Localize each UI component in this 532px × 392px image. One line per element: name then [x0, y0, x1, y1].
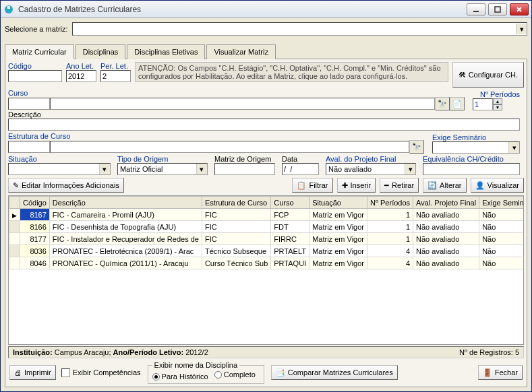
editar-info-button[interactable]: ✎ Editar Informações Adicionais [8, 178, 124, 193]
binoculars-icon: 🔭 [438, 100, 447, 108]
matrizes-grid[interactable]: Código Descrição Estrutura de Curso Curs… [8, 195, 524, 345]
descricao-label: Descrição [8, 110, 520, 119]
spin-up-button[interactable]: ▲ [493, 98, 502, 104]
radio-completo[interactable]: Completo [214, 370, 256, 379]
imprimir-button[interactable]: 🖨 Imprimir [9, 365, 56, 380]
col-situacao[interactable]: Situação [309, 197, 367, 209]
cell-exige-sem: Não [479, 209, 524, 221]
cell-exige-sem: Não [479, 245, 524, 257]
col-curso[interactable]: Curso [271, 197, 309, 209]
curso-new-button[interactable]: 📄 [450, 97, 465, 110]
visualizar-button[interactable]: 👤Visualizar [471, 178, 525, 193]
col-exige-sem[interactable]: Exige Seminário [479, 197, 524, 209]
codigo-input[interactable] [8, 70, 62, 82]
door-icon: 🚪 [483, 368, 492, 377]
binoculars-icon: 🔭 [412, 143, 421, 152]
curso-search-button[interactable]: 🔭 [435, 97, 450, 110]
cell-descricao: PRONATEC - Química (2011/1) - Aracaju [49, 257, 202, 269]
anolet-input[interactable] [66, 70, 96, 82]
retirar-button[interactable]: ━Retirar [380, 178, 419, 193]
radio-para-historico[interactable]: Para Histórico [152, 372, 208, 381]
cell-situacao: Matriz em Vigor [309, 245, 367, 257]
cell-descricao: FIC - Desenhista de Topografia (AJU) [49, 221, 202, 233]
equiv-label: Equivalência CH/Crédito [423, 155, 520, 163]
cell-estrutura: Curso Técnico Sub [202, 257, 270, 269]
row-indicator [9, 233, 20, 245]
status-bar: Instituição: Campus Aracaju; Ano/Período… [8, 346, 524, 358]
data-label: Data [282, 155, 319, 163]
cell-codigo: 8036 [20, 245, 50, 257]
n-periodos-input[interactable] [473, 98, 493, 110]
curso-code-input[interactable] [8, 98, 50, 110]
col-aval-pf[interactable]: Aval. Projeto Final [413, 197, 479, 209]
main-window: Cadastro de Matrizes Curriculares Seleci… [0, 0, 532, 392]
exige-sem-select[interactable]: ▾ [432, 141, 520, 154]
data-input[interactable] [282, 163, 319, 175]
tipo-origem-select[interactable]: Matriz Oficial ▾ [117, 163, 208, 175]
perlet-input[interactable] [100, 70, 131, 82]
table-row[interactable]: 8177FIC - Instalador e Recuperador de Re… [9, 233, 525, 245]
radio-para-historico-label: Para Histórico [162, 372, 208, 381]
col-descricao[interactable]: Descrição [49, 197, 202, 209]
minimize-button[interactable] [467, 3, 485, 15]
table-row[interactable]: 8167FIC - Camareira - Promil (AJU)FICFCP… [9, 209, 525, 221]
matriz-origem-input[interactable] [214, 163, 275, 175]
cell-curso: FCP [271, 209, 309, 221]
equiv-input[interactable] [423, 163, 520, 175]
ano-periodo-label: Ano/Período Letivo: [113, 348, 184, 356]
maximize-button[interactable] [488, 3, 507, 15]
col-estrutura[interactable]: Estrutura de Curso [202, 197, 270, 209]
inserir-label: Inserir [351, 181, 372, 189]
estrutura-code-input[interactable] [8, 141, 50, 153]
exibir-competencias-checkbox[interactable]: Exibir Competências [61, 368, 141, 377]
filtrar-button[interactable]: 📋Filtrar [292, 178, 332, 193]
exibir-competencias-label: Exibir Competências [73, 368, 141, 377]
curso-name-input[interactable] [50, 98, 435, 110]
cell-aval-pf: Não avaliado [413, 221, 479, 233]
pencil-icon: ✎ [13, 181, 19, 190]
refresh-icon: 🔄 [427, 181, 437, 190]
estrutura-label: Estrutura de Curso [8, 132, 424, 140]
cell-situacao: Matriz em Vigor [309, 221, 367, 233]
estrutura-search-button[interactable]: 🔭 [409, 140, 424, 154]
exibir-disciplina-title: Exibir nome da Disciplina [152, 361, 240, 369]
cell-descricao: PRONATEC - Eletrotécnica (2009/1) - Arac [49, 245, 202, 257]
tab-strip: Matriz Curricular Disciplinas Disciplina… [5, 44, 527, 59]
filtrar-label: Filtrar [309, 181, 328, 189]
descricao-input[interactable] [8, 119, 520, 131]
situacao-select[interactable]: ▾ [8, 163, 111, 175]
fechar-button[interactable]: 🚪 Fechar [478, 365, 523, 380]
cell-codigo: 8166 [20, 221, 50, 233]
tab-disciplinas[interactable]: Disciplinas [76, 44, 126, 59]
cell-codigo: 8177 [20, 233, 50, 245]
col-codigo[interactable]: Código [20, 197, 50, 209]
tipo-origem-value: Matriz Oficial [120, 165, 163, 173]
cell-n-periodos: 1 [367, 209, 413, 221]
selector-label: Selecione a matriz: [5, 25, 68, 33]
table-row[interactable]: 8046PRONATEC - Química (2011/1) - Aracaj… [9, 257, 525, 269]
atencao-text: ATENÇÃO: Os Campos "C.H. Estágio", "C.H.… [135, 62, 448, 82]
estrutura-name-input[interactable] [50, 141, 409, 153]
configurar-ch-button[interactable]: 🛠 Configurar CH. [452, 62, 524, 88]
row-indicator [9, 245, 20, 257]
col-n-periodos[interactable]: Nº Períodos [367, 197, 413, 209]
close-button[interactable] [510, 3, 529, 15]
fechar-label: Fechar [495, 368, 518, 377]
alterar-button[interactable]: 🔄Alterar [423, 178, 466, 193]
tab-visualizar-matriz[interactable]: Visualizar Matriz [206, 44, 276, 59]
comparar-label: Comparar Matrizes Curriculares [288, 368, 393, 377]
cell-situacao: Matriz em Vigor [309, 257, 367, 269]
comparar-matrizes-button[interactable]: 📑 Comparar Matrizes Curriculares [271, 365, 398, 380]
spin-down-button[interactable]: ▼ [493, 104, 502, 110]
table-row[interactable]: 8166FIC - Desenhista de Topografia (AJU)… [9, 221, 525, 233]
tab-matriz-curricular[interactable]: Matriz Curricular [5, 44, 74, 59]
inserir-button[interactable]: ✚Inserir [337, 178, 376, 193]
aval-select[interactable]: Não avaliado ▾ [326, 163, 416, 175]
table-row[interactable]: 8036PRONATEC - Eletrotécnica (2009/1) - … [9, 245, 525, 257]
tab-disciplinas-eletivas[interactable]: Disciplinas Eletivas [127, 44, 205, 59]
checkbox-icon [61, 368, 70, 377]
chevron-down-icon: ▾ [516, 24, 527, 34]
cell-aval-pf: Não avaliado [413, 257, 479, 269]
cell-n-periodos: 4 [367, 257, 413, 269]
matriz-select[interactable]: ▾ [72, 22, 527, 36]
